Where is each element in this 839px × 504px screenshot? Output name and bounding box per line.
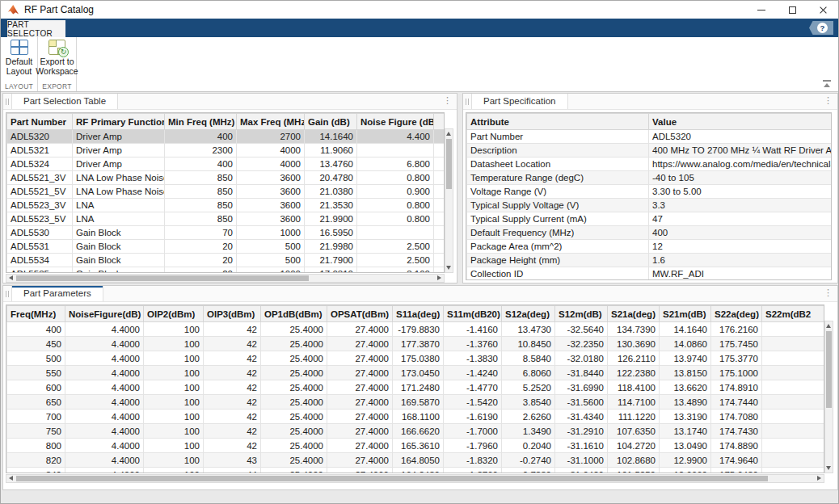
default-layout-button[interactable]: Default Layout [2,40,36,80]
table-cell[interactable]: 4000 [237,158,305,171]
table-cell[interactable]: 14.1640 [305,130,357,144]
table-row[interactable]: 6004.40001004225.400027.4000171.2480-1.4… [7,380,825,395]
table-cell[interactable]: 21.3530 [305,199,357,212]
table-cell[interactable]: -1.4770 [444,380,502,395]
table-cell[interactable]: 13.4890 [660,395,711,410]
table-cell[interactable]: 27.4000 [327,337,393,351]
table-cell[interactable]: Driver Amp [73,144,165,158]
table-cell[interactable]: 134.7390 [608,322,660,337]
table-cell[interactable]: 20 [165,254,237,267]
table-cell[interactable]: 12.9660 [660,468,711,474]
panel-menu-icon[interactable] [821,286,837,301]
table-cell[interactable]: Gain Block [73,240,165,254]
table-cell[interactable]: 600 [7,380,65,395]
table-cell[interactable]: Gain Block [73,226,165,240]
table-row[interactable]: ADL5321Driver Amp2300400011.9060 [7,144,445,158]
table-cell[interactable]: 4000 [237,144,305,158]
scroll-left-icon[interactable] [7,275,15,282]
table-cell[interactable]: ADL5523_3V [7,199,73,212]
table-row[interactable]: 5504.40001004225.400027.4000173.0450-1.4… [7,366,825,380]
table-row[interactable]: ADL5531Gain Block2050021.99802.500 [7,240,445,254]
table-cell[interactable]: 164.8050 [393,453,444,468]
table-cell[interactable]: 400 [165,130,237,144]
table-cell[interactable]: 100 [144,380,204,395]
table-cell[interactable]: 0.800 [357,199,434,212]
table-cell[interactable]: 13.6620 [660,380,711,395]
table-cell[interactable]: 8.5840 [502,351,555,366]
table-cell[interactable]: 177.3870 [393,337,444,351]
table-cell[interactable]: LNA [73,212,165,226]
table-cell[interactable]: 0.800 [357,171,434,185]
table-row[interactable]: 6504.40001004225.400027.4000169.5870-1.5… [7,395,825,410]
table-cell[interactable]: ADL5321 [7,144,73,158]
part-specification-tab[interactable]: Part Specification [471,94,568,109]
table-cell[interactable]: 174.9640 [711,453,762,468]
table-cell[interactable]: Driver Amp [73,130,165,144]
table-cell[interactable]: 25.4000 [261,424,327,439]
table-row[interactable]: 4504.40001004225.400027.4000177.3870-1.3… [7,337,825,351]
table-row[interactable]: Typical Supply Voltage (V)3.3 [467,199,833,212]
table-cell[interactable]: https://www.analog.com/media/en/technica… [649,158,833,171]
table-cell[interactable]: 27.4000 [327,395,393,410]
table-cell[interactable] [762,366,825,380]
table-cell[interactable]: 5.2520 [502,380,555,395]
table-cell[interactable] [762,395,825,410]
table-cell[interactable]: -31.2910 [555,424,608,439]
table-cell[interactable]: 169.5870 [393,395,444,410]
table-cell[interactable]: 500 [237,254,305,267]
table-cell[interactable]: ADL5523_5V [7,212,73,226]
maximize-button[interactable] [777,1,807,19]
table-cell[interactable]: Driver Amp [73,158,165,171]
table-cell[interactable] [434,240,445,254]
table-cell[interactable]: Collection ID [467,267,649,281]
table-cell[interactable]: 25.4000 [261,322,327,337]
table-cell[interactable]: 171.2480 [393,380,444,395]
table-row[interactable]: ADL5521_5VLNA Low Phase Noise850360021.0… [7,185,445,199]
table-cell[interactable] [434,267,445,274]
table-cell[interactable]: 0.900 [357,185,434,199]
table-cell[interactable]: 100 [144,453,204,468]
vertical-scrollbar[interactable] [445,128,453,273]
table-cell[interactable]: 11.9060 [305,144,357,158]
table-cell[interactable] [762,424,825,439]
table-cell[interactable] [762,468,825,474]
table-cell[interactable]: 164.2480 [393,468,444,474]
table-cell[interactable]: -1.3760 [444,337,502,351]
table-cell[interactable]: ADL5530 [7,226,73,240]
table-cell[interactable]: 174.7430 [711,424,762,439]
table-cell[interactable]: 4.4000 [65,395,144,410]
table-row[interactable]: Part NumberADL5320 [467,130,833,144]
table-cell[interactable]: ADL5535 [7,267,73,274]
table-cell[interactable]: 27.4000 [327,453,393,468]
table-row[interactable]: ADL5534Gain Block2050021.79002.500 [7,254,445,267]
table-cell[interactable]: 850 [165,171,237,185]
table-cell[interactable]: -31.1000 [555,453,608,468]
table-cell[interactable]: 174.7080 [711,410,762,424]
table-row[interactable]: ADL5324Driver Amp400400013.47606.800 [7,158,445,171]
table-cell[interactable]: 20 [165,267,237,274]
table-cell[interactable]: 27.4000 [327,410,393,424]
table-cell[interactable]: 104.2720 [608,439,660,453]
table-cell[interactable]: 174.8890 [711,439,762,453]
table-cell[interactable]: 0.800 [357,212,434,226]
table-row[interactable]: 8004.40001004225.400027.4000165.3610-1.7… [7,439,825,453]
help-button[interactable]: ? [809,21,833,35]
table-cell[interactable] [357,144,434,158]
table-cell[interactable]: Package Area (mm^2) [467,240,649,254]
table-cell[interactable] [762,322,825,337]
table-cell[interactable]: 17.0310 [305,267,357,274]
table-cell[interactable]: 21.7900 [305,254,357,267]
scrollbar-thumb[interactable] [826,331,832,408]
table-cell[interactable]: 6.800 [357,158,434,171]
table-cell[interactable]: 100 [144,366,204,380]
table-cell[interactable]: 12 [649,240,833,254]
table-cell[interactable] [762,351,825,366]
table-cell[interactable]: -1.7960 [444,439,502,453]
table-cell[interactable]: 101.5250 [608,468,660,474]
table-cell[interactable]: 175.7450 [711,337,762,351]
table-cell[interactable]: 3.100 [357,267,434,274]
table-cell[interactable]: 27.4000 [327,322,393,337]
table-cell[interactable]: 25.4000 [261,468,327,474]
table-cell[interactable]: 4.4000 [65,424,144,439]
table-cell[interactable]: 42 [204,380,261,395]
